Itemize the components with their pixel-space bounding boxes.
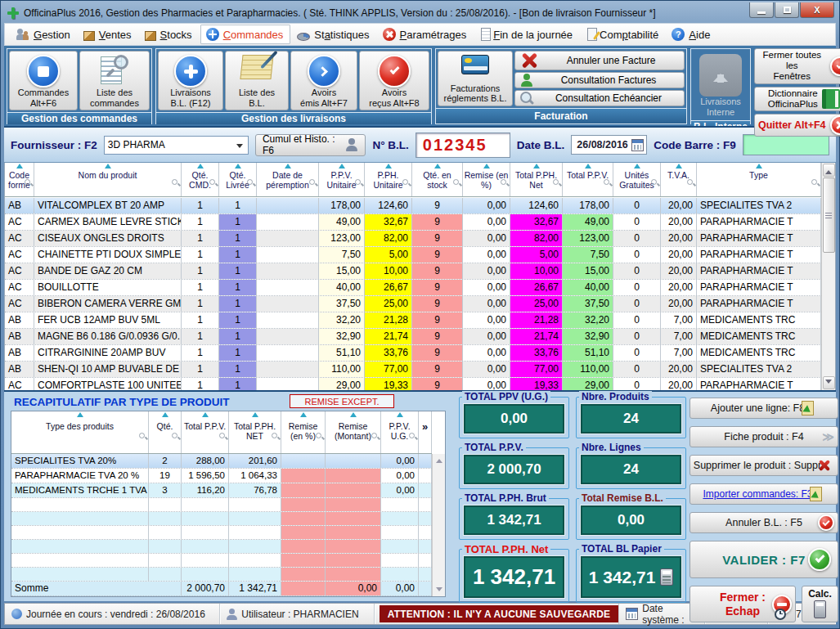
cell: 1 [182, 231, 219, 246]
column-header[interactable]: Total P.PH. Net [510, 163, 563, 196]
add-line-icon [802, 401, 814, 416]
column-header[interactable]: Qté. CMD. [182, 163, 219, 196]
maximize-button[interactable] [775, 2, 799, 18]
menu-item-aide[interactable]: ?Aide [667, 25, 716, 43]
column-header[interactable]: Code forme [5, 163, 34, 196]
table-row[interactable]: ABCITRARGININE 20AMP BUV1151,1033,7690,0… [5, 345, 821, 362]
consultation-factures-button[interactable]: Consultation Factures [514, 72, 685, 88]
recap-column-header[interactable]: Qté. [149, 411, 182, 453]
recap-column-header[interactable]: Type des produits [11, 411, 149, 453]
recap-row[interactable]: SPECIALITES TVA 20%2288,00201,600,00 [11, 454, 432, 469]
liste-commandes-button[interactable]: Liste des commandes [79, 51, 150, 110]
menu-item-stocks[interactable]: Stocks [140, 26, 199, 43]
dictionnaire-button[interactable]: Dictionnaire OfficinaPlus [754, 87, 840, 111]
recap-somme-row[interactable]: Somme2 000,701 342,710,000,00 [11, 582, 432, 596]
search-icon [309, 179, 317, 186]
table-row[interactable]: ABMAGNE B6 0.186 G/0.0936 G/0.1132,9021,… [5, 329, 821, 345]
commandes-button[interactable]: Commandes Alt+F6 [9, 51, 78, 110]
fermer-fenetres-button[interactable]: Fermer toutes les Fenêtres [754, 48, 840, 84]
cell: PARAPHARMACIE T [697, 231, 821, 246]
cumul-histo-button[interactable]: Cumul et Histo. : F6 [255, 134, 366, 156]
scroll-up-icon[interactable] [436, 456, 442, 463]
no-bl-field[interactable]: 012345 [416, 133, 510, 158]
table-row[interactable]: ABFER UCB 12AMP BUV 5ML1132,2021,2890,00… [5, 312, 821, 329]
menu-item-gestion[interactable]: Gestion [11, 25, 77, 43]
fiche-produit-button[interactable]: Fiche produit : F4 ≫ [690, 426, 838, 447]
table-row[interactable]: ABSHEN-QI 10 AMP BUVABLE DE11110,0077,00… [5, 362, 821, 378]
column-header[interactable]: Date de péremption [257, 163, 319, 196]
column-header[interactable]: T.V.A. [661, 163, 697, 196]
recap-column-header[interactable]: » [419, 411, 432, 453]
column-header[interactable]: P.P.V. Unitaire [319, 163, 365, 196]
remise-except-button[interactable]: REMISE EXCEPT. [290, 394, 394, 408]
recap-row[interactable]: PARAPHARMACIE TVA 20 %191 596,501 064,33… [11, 469, 432, 483]
menu-item-statistiques[interactable]: Statistiques [292, 26, 375, 43]
column-header[interactable]: P.PH. Unitaire [365, 163, 412, 196]
recap-column-header[interactable]: Total P.P.V. [182, 411, 229, 453]
supprimer-produit-button[interactable]: Supprimer le produit : Suppr [690, 455, 838, 476]
date-bl-field[interactable]: 26/08/2016 [571, 135, 647, 155]
valider-button[interactable]: VALIDER : F7 [690, 541, 838, 578]
fournisseur-select[interactable]: 3D PHARMA [104, 136, 249, 155]
scroll-up-icon[interactable] [823, 164, 835, 177]
recap-column-header[interactable]: Remise (en %) [281, 411, 326, 453]
avoirs-recus-button[interactable]: Avoirs reçus Alt+F8 [359, 51, 429, 110]
recap-row[interactable]: MEDICAMENTS TRCHE 1 TVA 73116,2076,780,0… [11, 483, 432, 498]
table-row[interactable]: ACCISEAUX ONGLES DROITS11123,0082,0090,0… [5, 231, 821, 247]
facturations-reglements-button[interactable]: Facturations réglements B.L. [438, 51, 513, 106]
scrollbar-thumb[interactable] [823, 177, 835, 253]
recap-empty-row[interactable] [11, 512, 432, 526]
scroll-down-icon[interactable] [436, 587, 442, 595]
calendar-icon[interactable] [631, 139, 644, 151]
menu-item-fin-de-la-journ-e[interactable]: Fin de la journée [474, 25, 579, 43]
column-header[interactable]: Qté. en stock [412, 163, 463, 196]
cell [326, 469, 381, 483]
annuler-bl-button[interactable]: Annuler B.L. : F5 [690, 512, 838, 533]
table-row[interactable]: ACBIBERON CAMERA VERRE GM1137,5025,0090,… [5, 296, 821, 312]
table-row[interactable]: ACCARMEX BAUME LEVRE STICK1149,0032,6790… [5, 214, 821, 231]
annuler-facture-button[interactable]: Annuler une Facture [514, 51, 685, 70]
recap-column-header[interactable]: Remise (Montant) [326, 411, 381, 453]
column-header[interactable]: Type [697, 163, 821, 196]
livraisons-bl-button[interactable]: Livraisons B.L. (F12) [158, 51, 223, 110]
importer-commandes-button[interactable]: Importer commandes: F3 [690, 483, 838, 505]
cell: 15,00 [563, 263, 613, 279]
calc-button[interactable]: Calc. [802, 586, 838, 622]
consultation-echeancier-button[interactable]: Consultation Echéancier [514, 90, 685, 106]
column-header[interactable]: Nom du produit [34, 163, 182, 196]
arrow-right-circle-icon [308, 55, 340, 88]
menu-item-comptabilit-[interactable]: Comptabilité [581, 25, 665, 43]
recap-empty-row[interactable] [11, 540, 432, 554]
recap-empty-row[interactable] [11, 554, 432, 568]
table-row[interactable]: ACBANDE DE GAZ 20 CM1115,0010,0090,0010,… [5, 263, 821, 280]
column-header[interactable]: Qté. Livrée [219, 163, 257, 196]
recap-empty-row[interactable] [11, 526, 432, 540]
column-header[interactable]: Total P.P.V. [563, 163, 613, 196]
ajouter-ligne-button[interactable]: Ajouter une ligne: F8 [690, 398, 838, 419]
quitter-button[interactable]: Quitter Alt+F4 [754, 114, 840, 137]
calculator-icon[interactable] [660, 568, 673, 586]
recap-column-header[interactable]: P.P.V. U.G. [381, 411, 419, 453]
recap-empty-row[interactable] [11, 498, 432, 512]
recap-column-header[interactable]: Total P.PH. NET [229, 411, 281, 453]
table-row[interactable]: ACBOUILLOTTE1140,0026,6790,0026,6740,000… [5, 280, 821, 296]
scroll-down-icon[interactable] [823, 376, 835, 389]
menu-item-param-trages[interactable]: Paramétrages [378, 25, 474, 43]
column-header[interactable]: Remise (en %) [463, 163, 510, 196]
menu-item-commandes[interactable]: Commandes [200, 25, 291, 44]
column-header[interactable]: Unités Gratuites [613, 163, 661, 196]
code-barre-input[interactable] [743, 134, 829, 155]
products-table-scrollbar[interactable] [821, 163, 835, 390]
menu-item-ventes[interactable]: Ventes [79, 26, 138, 43]
close-button[interactable]: X [800, 2, 834, 18]
recap-scrollbar[interactable] [432, 454, 445, 596]
liste-bl-button[interactable]: Liste des B.L. [225, 51, 289, 110]
avoirs-emis-button[interactable]: Avoirs émis Alt+F7 [290, 51, 357, 110]
table-row[interactable]: ABVITALCOMPLEX BT 20 AMP11178,00124,6090… [5, 198, 821, 214]
search-icon [139, 433, 146, 440]
recap-empty-row[interactable] [11, 568, 432, 582]
livraisons-interne-button[interactable]: Livraisons Interne [693, 51, 748, 119]
minimize-button[interactable] [749, 2, 774, 18]
table-row[interactable]: ACCHAINETTE PTI DOUX SIMPLE117,505,0090,… [5, 247, 821, 263]
cell: 20,00 [661, 198, 697, 213]
